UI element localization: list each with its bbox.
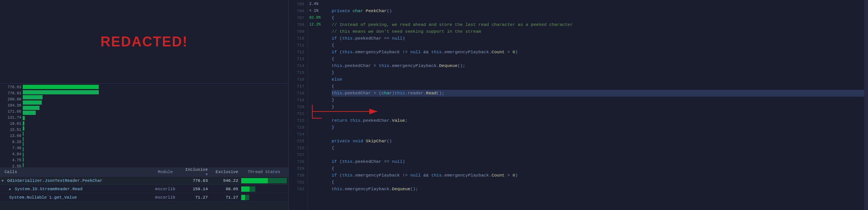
call-name: ► System.IO.StreamReader.Read (9, 187, 150, 191)
code-line: { (332, 14, 864, 21)
code-line: { (332, 179, 864, 186)
left-panel: REDACTED! 776.63776.63200.60194.36171.66… (0, 0, 289, 210)
line-number: 726 (297, 145, 304, 151)
call-inclusive: 776.63 (180, 178, 211, 183)
line-number: 707 (297, 14, 304, 21)
line-number: 727 (297, 151, 304, 158)
chart-value-label: 776.63 (8, 84, 21, 91)
bar (23, 121, 24, 126)
exclusive-column-header: Exclusive (211, 170, 241, 174)
bar (23, 147, 24, 151)
line-number: 712 (297, 49, 304, 56)
table-row[interactable]: ► System.IO.StreamReader.Readmscorlib159… (0, 185, 288, 193)
code-line: // Instead of peeking, we read ahead and… (332, 21, 864, 28)
chart-value-label: 4.75 (12, 158, 21, 164)
line-number: 708 (297, 21, 304, 28)
bar (23, 142, 24, 146)
bar-row (23, 100, 288, 105)
code-line: { (332, 165, 864, 172)
chart-value-label: 13.60 (10, 133, 21, 139)
call-bars (241, 195, 287, 200)
line-number: 721 (297, 110, 304, 117)
bar-row (23, 131, 288, 136)
bar-row (23, 90, 288, 95)
bar-row (23, 158, 288, 162)
expand-icon[interactable]: ► (9, 188, 13, 191)
code-line: else (332, 76, 864, 83)
bar-row (23, 105, 288, 110)
code-line: if (this.emergencyPlayback != null && th… (332, 49, 864, 56)
line-number: 730 (297, 172, 304, 179)
coverage-badge: 2.4% (308, 1, 329, 8)
bar (23, 90, 99, 94)
call-module: mscorlib (150, 187, 180, 191)
bar (23, 95, 43, 99)
bar-row (23, 116, 288, 121)
bar-row (23, 137, 288, 142)
bar-row (23, 110, 288, 115)
code-line: { (332, 42, 864, 49)
inclusive-column-header[interactable]: Inclusive ▼ (180, 167, 211, 177)
line-number: 723 (297, 124, 304, 131)
code-line: return this.peekedChar.Value; (332, 117, 864, 124)
code-line: if (this.emergencyPlayback != null && th… (332, 172, 864, 179)
chart-value-label: 2.56 (12, 164, 21, 167)
chart-value-label: 776.63 (8, 91, 21, 97)
code-line: if (this.peekedChar == null) (332, 35, 864, 42)
code-line: private char PeekChar() (332, 8, 864, 14)
line-number: 711 (297, 42, 304, 49)
bar (23, 153, 24, 157)
bar (23, 85, 99, 89)
scrollbar[interactable] (864, 0, 868, 210)
bar (23, 132, 24, 136)
coverage-badge: < 1% (308, 8, 329, 14)
line-number: 710 (297, 35, 304, 42)
line-number: 732 (297, 186, 304, 192)
code-line: } (332, 124, 864, 131)
chart-value-label: 194.36 (8, 103, 21, 109)
right-panel-wrapper: 7057067077087097107117127137147157167177… (289, 0, 868, 210)
thread-states-column-header: Thread States (241, 170, 287, 174)
chart-value-label: 131.74 (8, 115, 21, 121)
chart-value-label: 171.66 (8, 109, 21, 115)
line-number: 718 (297, 90, 304, 97)
line-number: 731 (297, 179, 304, 186)
chart-area: 776.63776.63200.60194.36171.66131.7419.0… (0, 84, 288, 167)
calls-area: Calls Module Inclusive ▼ Exclusive Threa… (0, 167, 288, 210)
bar (23, 106, 40, 110)
code-line: private void SkipChar() (332, 138, 864, 145)
chart-value-label: 7.48 (12, 145, 21, 151)
code-line (332, 110, 864, 117)
line-number: 705 (297, 1, 304, 8)
bar (23, 116, 25, 120)
line-number: 725 (297, 138, 304, 145)
bar (23, 137, 24, 141)
line-number: 709 (297, 28, 304, 35)
bar (23, 111, 36, 115)
chart-value-label: 8.20 (12, 139, 21, 145)
chart-value-label: 19.01 (10, 121, 21, 127)
code-line: { (332, 56, 864, 62)
code-line: } (332, 97, 864, 103)
bar-row (23, 142, 288, 147)
table-row[interactable]: System.Nullable`1.get_Valuemscorlib71.27… (0, 193, 288, 202)
bar-row (23, 152, 288, 157)
code-line: } (332, 69, 864, 76)
calls-column-header: Calls (2, 170, 150, 174)
line-number: 706 (297, 8, 304, 14)
coverage-column: 2.4%< 1%82.9%12.2% (308, 0, 329, 210)
bar (23, 158, 24, 162)
code-line: { (332, 83, 864, 90)
call-exclusive: 71.27 (211, 195, 241, 200)
code-line: { (332, 145, 864, 151)
line-number: 729 (297, 165, 304, 172)
line-number: 715 (297, 69, 304, 76)
expand-icon[interactable]: ▼ (2, 179, 6, 183)
bar-row (23, 147, 288, 152)
line-number: 724 (297, 131, 304, 138)
chart-value-label: 15.51 (10, 127, 21, 133)
bar (23, 100, 42, 105)
table-row[interactable]: ▼ OdinSerializer.JsonTextReader.PeekChar… (0, 177, 288, 185)
code-line (332, 131, 864, 138)
code-line: } (332, 103, 864, 110)
